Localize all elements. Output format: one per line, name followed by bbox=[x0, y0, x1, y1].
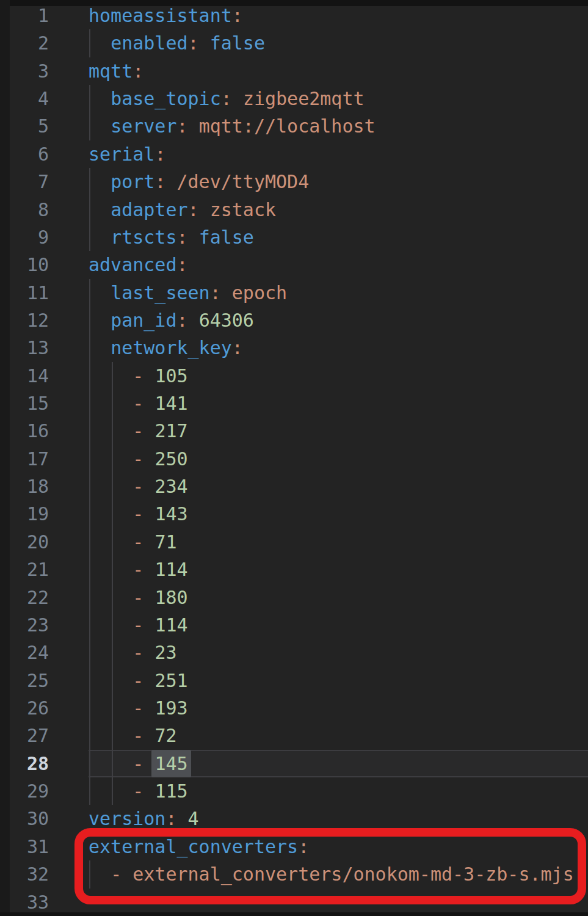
code-text: - 250 bbox=[89, 445, 188, 473]
code-line[interactable]: 25 - 251 bbox=[0, 667, 588, 694]
code-text: pan_id: 64306 bbox=[89, 307, 254, 334]
code-token bbox=[143, 587, 154, 608]
code-token: 23 bbox=[154, 642, 176, 663]
code-text: base_topic: zigbee2mqtt bbox=[89, 85, 365, 112]
code-token: enabled bbox=[111, 32, 187, 54]
code-token bbox=[143, 559, 154, 580]
code-line[interactable]: 13 network_key: bbox=[0, 334, 588, 362]
code-text: - 114 bbox=[89, 611, 188, 639]
code-token: - bbox=[132, 448, 143, 470]
code-line[interactable]: 27 - 72 bbox=[0, 722, 588, 749]
code-token: - bbox=[132, 753, 143, 774]
code-line[interactable]: 18 - 234 bbox=[0, 473, 588, 500]
code-token: - bbox=[132, 393, 143, 414]
code-token: - bbox=[132, 697, 143, 719]
code-token bbox=[143, 725, 154, 746]
code-line[interactable]: 12 pan_id: 64306 bbox=[0, 307, 588, 334]
code-line[interactable]: 4 base_topic: zigbee2mqtt bbox=[0, 85, 588, 112]
code-token: 180 bbox=[154, 587, 187, 608]
code-text: - 105 bbox=[89, 362, 188, 390]
code-token: 234 bbox=[154, 476, 187, 497]
code-line[interactable]: 2 enabled: false bbox=[0, 29, 588, 57]
code-token: 71 bbox=[154, 531, 176, 553]
code-token: 64306 bbox=[199, 310, 254, 331]
code-token bbox=[143, 614, 154, 636]
code-text: - 180 bbox=[89, 584, 188, 611]
code-token: epoch bbox=[232, 282, 287, 304]
code-token: - bbox=[111, 863, 122, 885]
code-line[interactable]: 20 - 71 bbox=[0, 528, 588, 556]
code-line[interactable]: 9 rtscts: false bbox=[0, 224, 588, 251]
code-token bbox=[143, 365, 154, 387]
code-token bbox=[143, 448, 154, 470]
code-line[interactable]: 30version: 4 bbox=[0, 805, 588, 832]
code-line[interactable]: 10advanced: bbox=[0, 251, 588, 278]
code-token: : bbox=[221, 88, 232, 109]
code-token: 141 bbox=[154, 393, 187, 414]
code-token: 114 bbox=[154, 614, 187, 636]
code-token: network_key bbox=[111, 337, 232, 358]
code-token: 217 bbox=[154, 420, 187, 442]
code-text: - 145 bbox=[89, 750, 188, 777]
code-token: : bbox=[177, 310, 188, 331]
code-line[interactable]: 14 - 105 bbox=[0, 362, 588, 390]
top-edge-frame bbox=[0, 0, 588, 6]
code-token: mqtt://localhost bbox=[199, 115, 376, 137]
code-line[interactable]: 15 - 141 bbox=[0, 390, 588, 417]
code-token: server bbox=[111, 115, 176, 137]
code-token: version bbox=[89, 808, 165, 829]
code-token: 114 bbox=[154, 559, 187, 580]
code-token bbox=[143, 420, 154, 442]
code-line[interactable]: 26 - 193 bbox=[0, 694, 588, 722]
code-token: advanced bbox=[89, 254, 177, 275]
code-token: : bbox=[298, 836, 309, 857]
code-token bbox=[188, 115, 199, 137]
code-text: - 143 bbox=[89, 500, 188, 528]
code-token: - bbox=[132, 365, 143, 387]
code-line[interactable]: 21 - 114 bbox=[0, 556, 588, 583]
code-token: - bbox=[132, 420, 143, 442]
code-token: - bbox=[132, 559, 143, 580]
code-token bbox=[177, 808, 188, 829]
code-editor[interactable]: 1homeassistant:2 enabled: false3mqtt:4 b… bbox=[0, 0, 588, 916]
code-token: 193 bbox=[154, 697, 187, 719]
code-line[interactable]: 22 - 180 bbox=[0, 584, 588, 611]
code-line[interactable]: 32 - external_converters/onokom-md-3-zb-… bbox=[0, 860, 588, 888]
code-token: - bbox=[132, 670, 143, 691]
code-token: : bbox=[154, 144, 165, 165]
code-text: - 217 bbox=[89, 417, 188, 445]
code-token bbox=[232, 88, 243, 109]
code-token: : bbox=[210, 282, 221, 304]
code-token: port bbox=[111, 171, 154, 192]
code-line[interactable]: 29 - 115 bbox=[0, 777, 588, 805]
code-token bbox=[165, 171, 176, 192]
code-line[interactable]: 11 last_seen: epoch bbox=[0, 279, 588, 307]
code-line[interactable]: 6serial: bbox=[0, 140, 588, 168]
code-text: advanced: bbox=[89, 251, 188, 278]
code-text: - 23 bbox=[89, 639, 177, 666]
code-text: - external_converters/onokom-md-3-zb-s.m… bbox=[89, 860, 574, 888]
code-token: adapter bbox=[111, 199, 187, 220]
code-line[interactable]: 23 - 114 bbox=[0, 611, 588, 639]
code-token bbox=[143, 503, 154, 525]
highlighted-occurrence: 145 bbox=[151, 750, 191, 777]
code-token: - bbox=[132, 725, 143, 746]
code-line[interactable]: 19 - 143 bbox=[0, 500, 588, 528]
code-token: - bbox=[132, 503, 143, 525]
code-line[interactable]: 24 - 23 bbox=[0, 639, 588, 666]
code-token bbox=[199, 32, 210, 54]
code-line-current[interactable]: 28 - 145 bbox=[0, 750, 588, 777]
code-line[interactable]: 31external_converters: bbox=[0, 833, 588, 860]
code-line[interactable]: 3mqtt: bbox=[0, 57, 588, 85]
code-line[interactable]: 7 port: /dev/ttyMOD4 bbox=[0, 168, 588, 195]
code-text: mqtt: bbox=[89, 57, 143, 85]
code-line[interactable]: 5 server: mqtt://localhost bbox=[0, 112, 588, 140]
code-token: : bbox=[232, 337, 243, 358]
code-text: last_seen: epoch bbox=[89, 279, 287, 307]
code-token: : bbox=[188, 199, 199, 220]
code-token: : bbox=[177, 227, 188, 248]
code-line[interactable]: 8 adapter: zstack bbox=[0, 196, 588, 224]
code-line[interactable]: 16 - 217 bbox=[0, 417, 588, 445]
code-lines-container[interactable]: 1homeassistant:2 enabled: false3mqtt:4 b… bbox=[0, 2, 588, 916]
code-line[interactable]: 17 - 250 bbox=[0, 445, 588, 473]
